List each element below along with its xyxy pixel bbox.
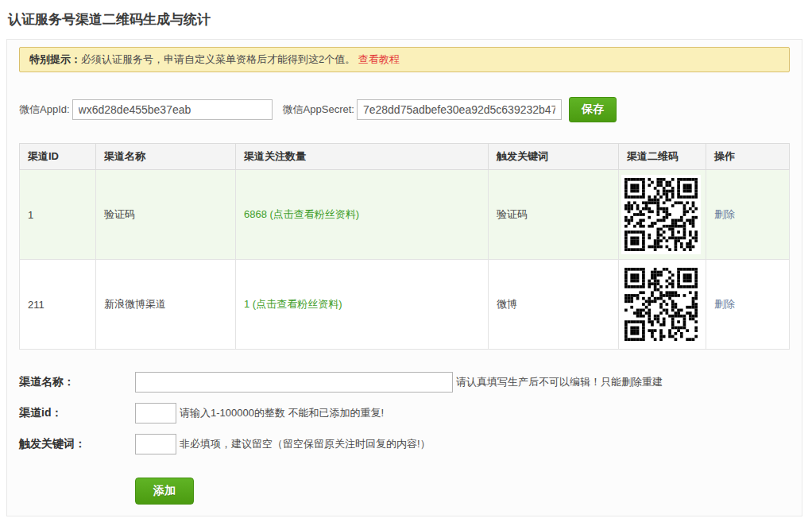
delete-link[interactable]: 删除 — [714, 298, 735, 310]
channel-name-hint: 请认真填写生产后不可以编辑！只能删除重建 — [456, 375, 663, 389]
channel-id-hint: 请输入1-100000的整数 不能和已添加的重复! — [180, 406, 384, 420]
table-header-row: 渠道ID 渠道名称 渠道关注数量 触发关键词 渠道二维码 操作 — [20, 144, 790, 170]
page-title: 认证服务号渠道二维码生成与统计 — [8, 10, 812, 29]
cell-follow-count: 1 (点击查看粉丝资料) — [236, 260, 489, 350]
cell-channel-id: 1 — [20, 170, 96, 260]
cell-channel-qrcode — [619, 170, 706, 260]
channel-id-input[interactable] — [135, 403, 176, 424]
qr-code-icon — [621, 175, 701, 254]
trigger-keyword-input[interactable] — [135, 434, 176, 454]
cell-trigger-keyword: 验证码 — [489, 170, 619, 260]
alert-message: 必须认证服务号，申请自定义菜单资格后才能得到这2个值。 — [81, 53, 355, 65]
trigger-keyword-row: 触发关键词： 非必填项，建议留空（留空保留原关注时回复的内容!） — [19, 434, 790, 454]
cell-channel-name: 验证码 — [96, 170, 236, 260]
qr-code-icon — [621, 265, 701, 344]
cell-channel-id: 211 — [20, 260, 96, 350]
col-header-follow-count: 渠道关注数量 — [236, 144, 489, 170]
trigger-keyword-label: 触发关键词： — [19, 437, 135, 451]
cell-channel-name: 新浪微博渠道 — [96, 260, 236, 350]
col-header-channel-id: 渠道ID — [20, 144, 96, 170]
appsecret-label: 微信AppSecret: — [283, 102, 354, 117]
col-header-channel-name: 渠道名称 — [96, 144, 236, 170]
save-button[interactable]: 保存 — [569, 97, 617, 122]
channel-name-label: 渠道名称： — [19, 375, 135, 389]
table-row: 211 新浪微博渠道 1 (点击查看粉丝资料) 微博 删除 — [20, 260, 790, 350]
table-row: 1 验证码 6868 (点击查看粉丝资料) 验证码 删除 — [20, 170, 790, 260]
col-header-trigger-keyword: 触发关键词 — [489, 144, 619, 170]
channel-name-input[interactable] — [135, 372, 453, 393]
alert-box: 特别提示：必须认证服务号，申请自定义菜单资格后才能得到这2个值。 查看教程 — [19, 47, 790, 72]
credentials-form: 微信AppId: 微信AppSecret: 保存 — [19, 97, 790, 122]
appid-label: 微信AppId: — [19, 102, 70, 117]
fans-detail-link[interactable]: 1 (点击查看粉丝资料) — [244, 298, 342, 310]
channel-id-label: 渠道id： — [19, 406, 135, 420]
add-button[interactable]: 添加 — [135, 478, 194, 505]
col-header-actions: 操作 — [706, 144, 790, 170]
main-panel: 特别提示：必须认证服务号，申请自定义菜单资格后才能得到这2个值。 查看教程 微信… — [6, 39, 802, 516]
cell-follow-count: 6868 (点击查看粉丝资料) — [236, 170, 489, 260]
channel-id-row: 渠道id： 请输入1-100000的整数 不能和已添加的重复! — [19, 403, 790, 424]
col-header-channel-qrcode: 渠道二维码 — [619, 144, 706, 170]
cell-actions: 删除 — [706, 170, 790, 260]
add-channel-form: 渠道名称： 请认真填写生产后不可以编辑！只能删除重建 渠道id： 请输入1-10… — [19, 372, 790, 505]
appsecret-input[interactable] — [357, 99, 562, 120]
view-tutorial-link[interactable]: 查看教程 — [358, 53, 400, 65]
channels-table: 渠道ID 渠道名称 渠道关注数量 触发关键词 渠道二维码 操作 1 验证码 68… — [19, 143, 790, 350]
cell-actions: 删除 — [706, 260, 790, 350]
trigger-keyword-hint: 非必填项，建议留空（留空保留原关注时回复的内容!） — [180, 437, 431, 451]
fans-detail-link[interactable]: 6868 (点击查看粉丝资料) — [244, 208, 359, 220]
appid-input[interactable] — [72, 99, 273, 120]
alert-prefix: 特别提示： — [29, 53, 81, 65]
cell-channel-qrcode — [619, 260, 706, 350]
cell-trigger-keyword: 微博 — [489, 260, 619, 350]
delete-link[interactable]: 删除 — [714, 208, 735, 220]
channel-name-row: 渠道名称： 请认真填写生产后不可以编辑！只能删除重建 — [19, 372, 790, 393]
